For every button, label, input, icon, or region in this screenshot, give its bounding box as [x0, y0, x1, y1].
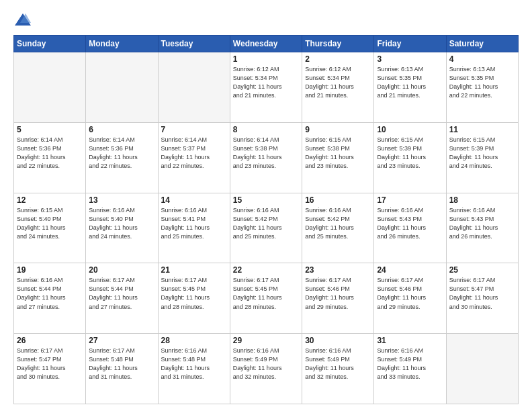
day-info: Sunrise: 6:16 AMSunset: 5:42 PMDaylight:… [233, 206, 299, 241]
day-info: Sunrise: 6:16 AMSunset: 5:48 PMDaylight:… [161, 347, 227, 381]
calendar-cell: 10Sunrise: 6:15 AMSunset: 5:39 PMDayligh… [374, 122, 446, 193]
calendar-cell [86, 52, 158, 123]
calendar-cell: 6Sunrise: 6:14 AMSunset: 5:36 PMDaylight… [86, 122, 158, 193]
day-info: Sunrise: 6:17 AMSunset: 5:47 PMDaylight:… [17, 347, 83, 381]
calendar-cell: 9Sunrise: 6:15 AMSunset: 5:38 PMDaylight… [302, 122, 374, 193]
day-number: 11 [449, 125, 515, 134]
day-number: 27 [89, 336, 154, 345]
day-number: 9 [305, 125, 371, 134]
day-number: 31 [377, 336, 443, 345]
day-info: Sunrise: 6:14 AMSunset: 5:36 PMDaylight:… [17, 136, 83, 171]
day-info: Sunrise: 6:17 AMSunset: 5:46 PMDaylight:… [305, 276, 371, 311]
day-header-tuesday: Tuesday [158, 36, 230, 52]
day-number: 21 [161, 265, 227, 275]
calendar-cell: 25Sunrise: 6:17 AMSunset: 5:47 PMDayligh… [446, 263, 518, 334]
day-number: 4 [449, 54, 515, 64]
calendar-cell: 5Sunrise: 6:14 AMSunset: 5:36 PMDaylight… [14, 122, 86, 193]
day-info: Sunrise: 6:16 AMSunset: 5:43 PMDaylight:… [449, 206, 515, 241]
day-info: Sunrise: 6:17 AMSunset: 5:47 PMDaylight:… [449, 276, 515, 311]
day-number: 14 [161, 195, 227, 205]
calendar-cell: 16Sunrise: 6:16 AMSunset: 5:42 PMDayligh… [302, 193, 374, 263]
day-info: Sunrise: 6:15 AMSunset: 5:38 PMDaylight:… [305, 136, 371, 171]
calendar-week-2: 5Sunrise: 6:14 AMSunset: 5:36 PMDaylight… [14, 122, 519, 193]
day-number: 28 [161, 336, 227, 345]
calendar-cell: 3Sunrise: 6:13 AMSunset: 5:35 PMDaylight… [374, 52, 446, 123]
day-number: 1 [233, 54, 299, 64]
page: SundayMondayTuesdayWednesdayThursdayFrid… [0, 0, 532, 411]
day-number: 29 [233, 336, 299, 345]
day-number: 30 [305, 336, 371, 345]
day-info: Sunrise: 6:16 AMSunset: 5:41 PMDaylight:… [161, 206, 227, 241]
logo [13, 11, 35, 30]
day-number: 23 [305, 265, 371, 275]
calendar-cell: 13Sunrise: 6:16 AMSunset: 5:40 PMDayligh… [86, 193, 158, 263]
day-number: 12 [17, 195, 83, 205]
calendar-week-1: 1Sunrise: 6:12 AMSunset: 5:34 PMDaylight… [14, 52, 519, 123]
day-info: Sunrise: 6:17 AMSunset: 5:44 PMDaylight:… [89, 276, 154, 311]
day-number: 15 [233, 195, 299, 205]
day-info: Sunrise: 6:15 AMSunset: 5:40 PMDaylight:… [17, 206, 83, 241]
day-info: Sunrise: 6:16 AMSunset: 5:49 PMDaylight:… [305, 347, 371, 381]
day-info: Sunrise: 6:13 AMSunset: 5:35 PMDaylight:… [449, 65, 515, 100]
day-header-wednesday: Wednesday [230, 36, 302, 52]
day-number: 5 [17, 125, 83, 134]
calendar-week-4: 19Sunrise: 6:16 AMSunset: 5:44 PMDayligh… [14, 263, 519, 334]
day-info: Sunrise: 6:16 AMSunset: 5:49 PMDaylight:… [233, 347, 299, 381]
calendar-cell: 21Sunrise: 6:17 AMSunset: 5:45 PMDayligh… [158, 263, 230, 334]
day-number: 19 [17, 265, 83, 275]
day-number: 16 [305, 195, 371, 205]
calendar-cell: 26Sunrise: 6:17 AMSunset: 5:47 PMDayligh… [14, 334, 86, 404]
calendar-week-3: 12Sunrise: 6:15 AMSunset: 5:40 PMDayligh… [14, 193, 519, 263]
day-number: 25 [449, 265, 515, 275]
calendar-cell: 24Sunrise: 6:17 AMSunset: 5:46 PMDayligh… [374, 263, 446, 334]
calendar-cell: 30Sunrise: 6:16 AMSunset: 5:49 PMDayligh… [302, 334, 374, 404]
day-info: Sunrise: 6:16 AMSunset: 5:42 PMDaylight:… [305, 206, 371, 241]
day-header-saturday: Saturday [446, 36, 518, 52]
day-number: 10 [377, 125, 443, 134]
calendar-cell: 28Sunrise: 6:16 AMSunset: 5:48 PMDayligh… [158, 334, 230, 404]
calendar-table: SundayMondayTuesdayWednesdayThursdayFrid… [13, 35, 519, 404]
day-info: Sunrise: 6:13 AMSunset: 5:35 PMDaylight:… [377, 65, 443, 100]
calendar-cell: 14Sunrise: 6:16 AMSunset: 5:41 PMDayligh… [158, 193, 230, 263]
calendar-week-5: 26Sunrise: 6:17 AMSunset: 5:47 PMDayligh… [14, 334, 519, 404]
calendar-cell: 29Sunrise: 6:16 AMSunset: 5:49 PMDayligh… [230, 334, 302, 404]
day-info: Sunrise: 6:14 AMSunset: 5:38 PMDaylight:… [233, 136, 299, 171]
day-number: 17 [377, 195, 443, 205]
calendar-cell: 22Sunrise: 6:17 AMSunset: 5:45 PMDayligh… [230, 263, 302, 334]
day-number: 2 [305, 54, 371, 64]
calendar-cell: 23Sunrise: 6:17 AMSunset: 5:46 PMDayligh… [302, 263, 374, 334]
day-info: Sunrise: 6:15 AMSunset: 5:39 PMDaylight:… [377, 136, 443, 171]
calendar-cell: 15Sunrise: 6:16 AMSunset: 5:42 PMDayligh… [230, 193, 302, 263]
day-number: 18 [449, 195, 515, 205]
calendar-cell: 2Sunrise: 6:12 AMSunset: 5:34 PMDaylight… [302, 52, 374, 123]
calendar-cell: 1Sunrise: 6:12 AMSunset: 5:34 PMDaylight… [230, 52, 302, 123]
day-header-thursday: Thursday [302, 36, 374, 52]
day-number: 26 [17, 336, 83, 345]
calendar-cell: 12Sunrise: 6:15 AMSunset: 5:40 PMDayligh… [14, 193, 86, 263]
calendar-cell [446, 334, 518, 404]
day-header-monday: Monday [86, 36, 158, 52]
day-info: Sunrise: 6:17 AMSunset: 5:45 PMDaylight:… [161, 276, 227, 311]
day-info: Sunrise: 6:16 AMSunset: 5:49 PMDaylight:… [377, 347, 443, 381]
day-number: 3 [377, 54, 443, 64]
day-info: Sunrise: 6:16 AMSunset: 5:44 PMDaylight:… [17, 276, 83, 311]
day-info: Sunrise: 6:14 AMSunset: 5:37 PMDaylight:… [161, 136, 227, 171]
day-number: 24 [377, 265, 443, 275]
calendar-cell: 31Sunrise: 6:16 AMSunset: 5:49 PMDayligh… [374, 334, 446, 404]
calendar-cell: 18Sunrise: 6:16 AMSunset: 5:43 PMDayligh… [446, 193, 518, 263]
day-info: Sunrise: 6:16 AMSunset: 5:43 PMDaylight:… [377, 206, 443, 241]
day-number: 7 [161, 125, 227, 134]
day-info: Sunrise: 6:17 AMSunset: 5:45 PMDaylight:… [233, 276, 299, 311]
day-info: Sunrise: 6:12 AMSunset: 5:34 PMDaylight:… [233, 65, 299, 100]
day-info: Sunrise: 6:17 AMSunset: 5:48 PMDaylight:… [89, 347, 154, 381]
calendar-cell: 19Sunrise: 6:16 AMSunset: 5:44 PMDayligh… [14, 263, 86, 334]
calendar-cell [158, 52, 230, 123]
logo-icon [13, 11, 32, 30]
day-number: 8 [233, 125, 299, 134]
day-number: 22 [233, 265, 299, 275]
calendar-cell [14, 52, 86, 123]
day-header-sunday: Sunday [14, 36, 86, 52]
day-number: 13 [89, 195, 154, 205]
calendar-cell: 20Sunrise: 6:17 AMSunset: 5:44 PMDayligh… [86, 263, 158, 334]
day-number: 6 [89, 125, 154, 134]
